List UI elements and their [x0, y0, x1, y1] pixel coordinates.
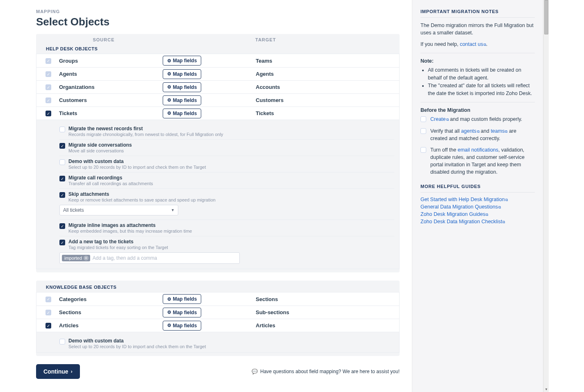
- option-desc: Move all side conversations: [68, 148, 132, 153]
- checkbox-demo-custom[interactable]: [59, 159, 65, 165]
- option-side-conversations: ✓ Migrate side conversations Move all si…: [59, 139, 394, 156]
- checklist-checkbox[interactable]: [420, 116, 426, 122]
- checkbox-articles[interactable]: ✓: [45, 323, 51, 329]
- checkbox-newest-first[interactable]: [59, 127, 65, 132]
- contact-us-link[interactable]: contact us⧉: [460, 41, 486, 47]
- article-options: Demo with custom data Select up to 20 re…: [36, 332, 399, 352]
- checkbox-tickets[interactable]: ✓: [45, 111, 51, 116]
- option-title: Skip attachments: [68, 191, 216, 197]
- checkbox-inline-images[interactable]: ✓: [59, 223, 65, 229]
- col-target-header: TARGET: [214, 37, 400, 42]
- chevron-down-icon: ▼: [171, 208, 175, 212]
- tag-input[interactable]: imported × Add a tag, then add a comma: [59, 252, 240, 264]
- tag-placeholder: Add a tag, then add a comma: [93, 255, 157, 261]
- source-agents: Agents: [59, 71, 149, 77]
- object-row-customers: ✓ Customers ⚙Map fields Customers: [36, 93, 399, 106]
- source-customers: Customers: [59, 97, 149, 103]
- source-organizations: Organizations: [59, 84, 149, 90]
- gear-icon: ⚙: [167, 297, 171, 302]
- checklist-checkbox[interactable]: [420, 128, 426, 134]
- scroll-down-icon[interactable]: ▼: [544, 387, 548, 392]
- gear-icon: ⚙: [167, 97, 171, 103]
- guide-link[interactable]: Get Started with Help Desk Migration⧉: [420, 197, 535, 202]
- target-customers: Customers: [215, 97, 399, 103]
- option-inline-images: ✓ Migrate inline images as attachments K…: [59, 220, 394, 236]
- before-migration-header: Before the Migration: [420, 107, 535, 113]
- agents-link[interactable]: agents⧉: [461, 128, 479, 134]
- tag-chip: imported ×: [62, 255, 90, 261]
- target-agents: Agents: [215, 71, 399, 77]
- option-title: Migrate side conversations: [68, 142, 132, 148]
- option-title: Migrate inline images as attachments: [68, 222, 192, 228]
- teams-link[interactable]: teams⧉: [491, 128, 507, 134]
- chevron-right-icon: ›: [71, 369, 73, 374]
- option-demo-custom-kb: Demo with custom data Select up to 20 re…: [59, 335, 394, 351]
- option-title: Add a new tag to the tickets: [68, 239, 168, 245]
- option-desc: Select up to 20 records by ID to import …: [68, 344, 206, 349]
- object-row-tickets: ✓ Tickets ⚙Map fields Tickets: [36, 106, 399, 120]
- notes-list: All comments in tickets will be created …: [420, 66, 535, 97]
- col-source-header: SOURCE: [59, 37, 149, 42]
- option-desc: Keep embedded images, but this may incre…: [68, 229, 192, 233]
- external-link-icon: ⧉: [505, 198, 508, 202]
- checkbox-customers: ✓: [45, 97, 51, 103]
- guide-link[interactable]: Zoho Desk Data Migration Checklist⧉: [420, 219, 535, 224]
- scrollbar[interactable]: ▲ ▼: [543, 0, 549, 392]
- map-fields-button[interactable]: ⚙Map fields: [163, 308, 202, 317]
- map-fields-button[interactable]: ⚙Map fields: [163, 109, 202, 118]
- target-organizations: Accounts: [215, 84, 399, 90]
- guides-header: MORE HELPFUL GUIDES: [420, 184, 535, 193]
- checklist-checkbox[interactable]: [420, 147, 426, 153]
- map-fields-button[interactable]: ⚙Map fields: [163, 294, 202, 304]
- checkbox-demo-custom-kb[interactable]: [59, 339, 65, 344]
- option-demo-custom: Demo with custom data Select up to 20 re…: [59, 156, 394, 172]
- map-fields-button[interactable]: ⚙Map fields: [163, 95, 202, 105]
- option-skip-attachments: ✓ Skip attachments Keep or remove ticket…: [59, 188, 394, 220]
- gear-icon: ⚙: [167, 310, 171, 315]
- option-desc: Tag migrated tickets for easy sorting on…: [68, 245, 168, 250]
- help-prompt[interactable]: 💬 Have questions about field mapping? We…: [252, 369, 400, 374]
- kb-mapping-box: KNOWLEDGE BASE OBJECTS ✓ Categories ⚙Map…: [36, 281, 400, 356]
- checkbox-groups: ✓: [45, 58, 51, 64]
- source-articles: Articles: [59, 322, 149, 329]
- kb-section-title: KNOWLEDGE BASE OBJECTS: [36, 281, 400, 292]
- object-row-sections: ✓ Sections ⚙Map fields Sub-sections: [36, 306, 399, 319]
- checkbox-organizations: ✓: [45, 84, 51, 90]
- option-newest-first: Migrate the newest records first Records…: [59, 123, 394, 139]
- map-fields-button[interactable]: ⚙Map fields: [163, 321, 202, 331]
- skip-attachments-select[interactable]: All tickets ▼: [59, 205, 178, 215]
- map-fields-button[interactable]: ⚙Map fields: [163, 82, 202, 92]
- checklist-item: Turn off the email notifications, valida…: [420, 146, 535, 176]
- option-title: Demo with custom data: [68, 159, 206, 164]
- continue-button[interactable]: Continue ›: [36, 364, 80, 379]
- scrollbar-thumb[interactable]: [544, 0, 548, 34]
- checkbox-skip-attachments[interactable]: ✓: [59, 192, 65, 198]
- map-fields-button[interactable]: ⚙Map fields: [163, 69, 202, 79]
- guide-link[interactable]: General Data Migration Questions⧉: [420, 204, 535, 210]
- chat-icon: 💬: [252, 369, 258, 374]
- sidebar-notes-header: IMPORTANT MIGRATION NOTES: [420, 9, 535, 18]
- option-desc: Select up to 20 records by ID to import …: [68, 165, 206, 170]
- checklist-item: Create⧉ and map custom fields properly.: [420, 116, 535, 123]
- external-link-icon: ⧉: [502, 220, 505, 224]
- checkbox-agents: ✓: [45, 71, 51, 77]
- guide-link[interactable]: Zoho Desk Migration Guides⧉: [420, 211, 535, 217]
- object-row-organizations: ✓ Organizations ⚙Map fields Accounts: [36, 80, 399, 93]
- create-link[interactable]: Create⧉: [430, 116, 449, 122]
- option-call-recordings: ✓ Migrate call recordings Transfer all c…: [59, 172, 394, 188]
- gear-icon: ⚙: [167, 323, 171, 328]
- option-desc: Records migrate chronologically, from ne…: [68, 132, 223, 137]
- checkbox-side-conversations[interactable]: ✓: [59, 143, 65, 149]
- option-add-tag: ✓ Add a new tag to the tickets Tag migra…: [59, 236, 394, 268]
- remove-tag-icon[interactable]: ×: [84, 256, 89, 261]
- breadcrumb: MAPPING: [36, 9, 400, 14]
- source-sections: Sections: [59, 309, 149, 315]
- gear-icon: ⚙: [167, 58, 171, 63]
- checkbox-call-recordings[interactable]: ✓: [59, 176, 65, 181]
- gear-icon: ⚙: [167, 84, 171, 90]
- helpdesk-mapping-box: SOURCE TARGET HELP DESK OBJECTS ✓ Groups…: [36, 34, 400, 272]
- map-fields-button[interactable]: ⚙Map fields: [163, 56, 202, 66]
- page-title: Select Objects: [36, 16, 400, 28]
- email-notifications-link[interactable]: email notifications: [458, 147, 498, 153]
- checkbox-add-tag[interactable]: ✓: [59, 240, 65, 245]
